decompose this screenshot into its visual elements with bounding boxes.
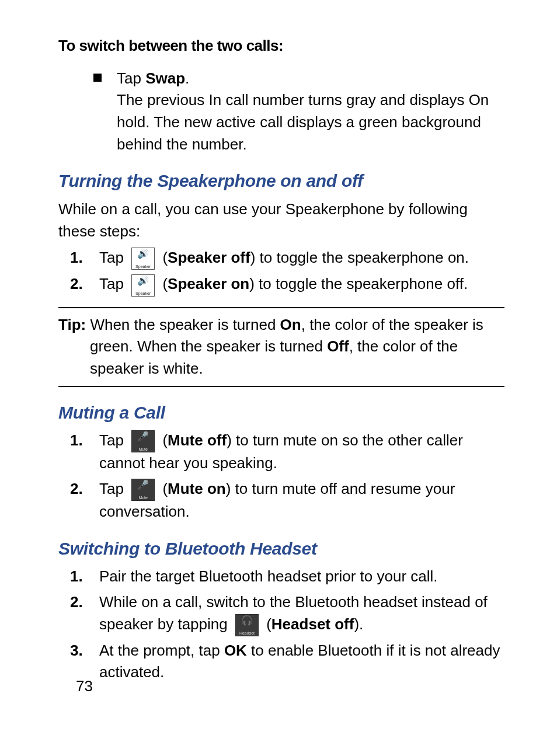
bluetooth-step-1: 1. Pair the target Bluetooth headset pri…: [64, 566, 504, 588]
step-number: 1.: [70, 430, 83, 452]
tap-text: Tap: [99, 480, 128, 497]
ok-label: OK: [224, 642, 247, 659]
headset-off-label: Headset off: [271, 615, 354, 633]
step-number: 3.: [70, 640, 83, 662]
tip-block: Tip: When the speaker is turned On, the …: [58, 307, 504, 387]
document-page: To switch between the two calls: Tap Swa…: [0, 0, 557, 756]
tap-text: Tap: [117, 69, 145, 87]
square-bullet-icon: [93, 74, 102, 82]
bluetooth-step-3: 3. At the prompt, tap OK to enable Bluet…: [64, 640, 504, 684]
bluetooth-step-2: 2. While on a call, switch to the Blueto…: [64, 591, 504, 636]
mute-step-1: 1. Tap 🎤 Mute (Mute off) to turn mute on…: [64, 430, 504, 475]
icon-label: Headset: [236, 630, 258, 636]
period-text: .: [185, 69, 189, 87]
speaker-off-rest: ) to toggle the speakerphone on.: [250, 249, 469, 266]
speakerphone-step-2: 2. Tap 🔊 Speaker (Speaker on) to toggle …: [64, 273, 504, 296]
speaker-on-icon: 🔊 Speaker: [131, 274, 155, 297]
headset-off-icon: 🎧 Headset: [235, 614, 259, 636]
speaker-on-label: Speaker on: [168, 275, 249, 292]
mute-step-2: 2. Tap 🎤 Mute (Mute on) to turn mute off…: [64, 478, 504, 523]
mute-off-label: Mute off: [168, 431, 227, 449]
bluetooth-steps: 1. Pair the target Bluetooth headset pri…: [64, 566, 504, 684]
mute-off-icon: 🎤 Mute: [131, 430, 155, 452]
speakerphone-intro: While on a call, you can use your Speake…: [58, 198, 504, 242]
bt-step3-pre: At the prompt, tap: [99, 642, 224, 659]
icon-label: Mute: [132, 447, 154, 452]
step-number: 2.: [70, 273, 83, 295]
page-number: 73: [76, 675, 93, 698]
switch-calls-heading: To switch between the two calls:: [58, 35, 504, 57]
mute-on-label: Mute on: [168, 480, 226, 497]
swap-description: The previous In call number turns gray a…: [117, 89, 504, 155]
step-number: 1.: [70, 247, 83, 269]
switch-calls-list: Tap Swap. The previous In call number tu…: [93, 68, 504, 156]
icon-label: Speaker: [132, 264, 154, 269]
tip-off: Off: [327, 337, 349, 355]
bluetooth-title: Switching to Bluetooth Headset: [58, 536, 504, 562]
swap-bullet-item: Tap Swap. The previous In call number tu…: [93, 68, 504, 156]
tip-on: On: [280, 316, 301, 333]
tip-label: Tip:: [58, 316, 86, 333]
speakerphone-title: Turning the Speakerphone on and off: [58, 168, 504, 194]
step-number: 2.: [70, 591, 83, 614]
speaker-on-rest: ) to toggle the speakerphone off.: [249, 275, 468, 292]
mute-steps: 1. Tap 🎤 Mute (Mute off) to turn mute on…: [64, 430, 504, 523]
icon-label: Speaker: [132, 291, 154, 296]
speakerphone-steps: 1. Tap 🔊 Speaker (Speaker off) to toggle…: [64, 247, 504, 296]
speaker-off-label: Speaker off: [168, 249, 250, 266]
tap-text: Tap: [99, 275, 128, 292]
speakerphone-step-1: 1. Tap 🔊 Speaker (Speaker off) to toggle…: [64, 247, 504, 270]
step-number: 1.: [70, 566, 83, 588]
tip-text-1: When the speaker is turned: [86, 316, 280, 333]
tap-text: Tap: [99, 431, 128, 449]
icon-label: Mute: [132, 495, 154, 500]
bt-step1-text: Pair the target Bluetooth headset prior …: [99, 567, 438, 585]
tap-text: Tap: [99, 249, 128, 266]
bt-step2-rest: ).: [354, 615, 363, 633]
speaker-off-icon: 🔊 Speaker: [131, 248, 155, 270]
mute-title: Muting a Call: [58, 400, 504, 426]
swap-label: Swap: [145, 69, 185, 87]
mute-on-icon: 🎤 Mute: [131, 479, 155, 501]
step-number: 2.: [70, 478, 83, 500]
